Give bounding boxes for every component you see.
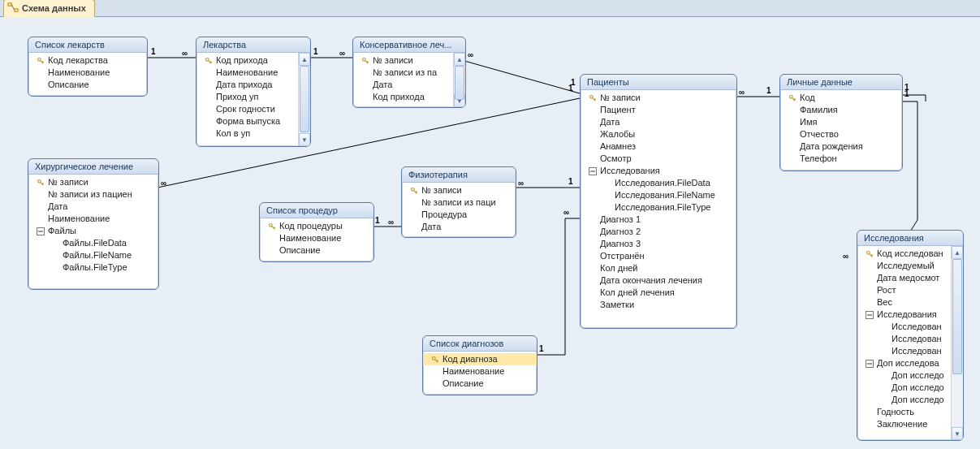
field-row[interactable]: Фамилия (780, 104, 902, 116)
table-title[interactable]: Список диагнозов (423, 336, 537, 352)
table-title[interactable]: Список процедур (260, 203, 373, 218)
scrollbar[interactable]: ▲▼ (951, 246, 963, 440)
field-row[interactable]: Исследуемый (857, 260, 952, 272)
field-row[interactable]: Дата медосмот (857, 272, 952, 284)
field-row[interactable]: № записи из па (353, 67, 454, 79)
scroll-track[interactable] (454, 66, 465, 94)
table-surgery[interactable]: Хирургическое лечение№ записи№ записи из… (28, 158, 159, 290)
table-title[interactable]: Исследования (857, 231, 963, 246)
field-row[interactable]: Файлы.FileType (28, 261, 158, 274)
table-title[interactable]: Личные данные (780, 75, 902, 90)
field-row[interactable]: Срок годности (196, 103, 299, 115)
field-row[interactable]: Доп исследо (857, 382, 952, 394)
field-row[interactable]: Файлы.FileData (28, 237, 158, 249)
field-row[interactable]: Описание (423, 378, 537, 390)
scroll-down-icon[interactable]: ▼ (299, 133, 310, 146)
field-row[interactable]: Дата прихода (196, 79, 299, 91)
field-row[interactable]: Наименование (28, 67, 147, 79)
field-row[interactable]: Доп исследо (857, 369, 952, 382)
field-row[interactable]: Доп исследова (857, 357, 952, 369)
field-row[interactable]: Файлы.FileName (28, 249, 158, 261)
field-row[interactable]: Вес (857, 296, 952, 309)
scrollbar[interactable]: ▲▼ (453, 53, 465, 107)
field-row[interactable]: Код диагноза (423, 353, 537, 365)
field-row[interactable]: № записи из паци (402, 196, 516, 209)
scroll-track[interactable] (299, 66, 310, 133)
field-row[interactable]: Исследования.FileData (581, 177, 736, 189)
scrollbar[interactable]: ▲▼ (298, 53, 310, 146)
table-conserv[interactable]: Консервативное леч...№ записи№ записи из… (352, 37, 466, 108)
field-row[interactable]: Заметки (581, 299, 736, 311)
field-row[interactable]: Исследован (857, 321, 952, 333)
field-row[interactable]: Дата рождения (780, 140, 902, 153)
field-row[interactable]: Диагноз 2 (581, 226, 736, 238)
field-row[interactable]: № записи (28, 176, 158, 188)
field-row[interactable]: Жалобы (581, 128, 736, 140)
field-row[interactable]: Осмотр (581, 153, 736, 165)
field-row[interactable]: Файлы (28, 225, 158, 237)
table-research[interactable]: ИсследованияКод исследованИсследуемыйДат… (857, 230, 964, 441)
scroll-track[interactable] (952, 259, 963, 427)
tab-schema[interactable]: Схема данных (3, 0, 95, 17)
table-diagList[interactable]: Список диагнозовКод диагнозаНаименование… (422, 335, 537, 395)
scroll-up-icon[interactable]: ▲ (299, 53, 310, 66)
field-row[interactable]: Наименование (423, 365, 537, 378)
field-row[interactable]: Отстранён (581, 250, 736, 262)
field-row[interactable]: Код лекарства (28, 54, 147, 67)
field-row[interactable]: Описание (260, 244, 373, 257)
table-drugList[interactable]: Список лекарствКод лекарстваНаименование… (28, 37, 148, 97)
field-row[interactable]: Годность (857, 406, 952, 418)
field-row[interactable]: Доп исследо (857, 394, 952, 406)
relationships-canvas[interactable]: 1∞1∞1∞1∞1∞1∞1∞1∞1∞1 Список лекарствКод л… (0, 17, 980, 449)
field-row[interactable]: Дата (402, 221, 516, 233)
field-row[interactable]: Телефон (780, 153, 902, 165)
field-row[interactable]: Код исследован (857, 248, 952, 260)
table-title[interactable]: Список лекарств (28, 37, 147, 53)
table-title[interactable]: Лекарства (196, 37, 310, 53)
field-row[interactable]: Наименование (28, 213, 158, 225)
field-row[interactable]: Диагноз 1 (581, 214, 736, 226)
table-procList[interactable]: Список процедурКод процедурыНаименование… (259, 202, 374, 262)
field-row[interactable]: Форма выпуска (196, 115, 299, 127)
field-row[interactable]: Кол дней лечения (581, 287, 736, 299)
field-row[interactable]: Рост (857, 284, 952, 296)
table-title[interactable]: Пациенты (581, 75, 736, 90)
scroll-up-icon[interactable]: ▲ (454, 53, 465, 66)
field-row[interactable]: Диагноз 3 (581, 238, 736, 250)
field-row[interactable]: Исследования (857, 309, 952, 321)
table-personal[interactable]: Личные данныеКодФамилияИмяОтчествоДата р… (779, 74, 903, 171)
field-row[interactable]: Код процедуры (260, 220, 373, 232)
table-title[interactable]: Хирургическое лечение (28, 159, 158, 175)
field-row[interactable]: Дата (353, 79, 454, 91)
field-row[interactable]: Заключение (857, 418, 952, 430)
field-row[interactable]: Дата (28, 201, 158, 213)
field-row[interactable]: Дата окончания лечения (581, 274, 736, 287)
table-drugs[interactable]: ЛекарстваКод приходаНаименованиеДата при… (196, 37, 311, 147)
table-patients[interactable]: Пациенты№ записиПациентДатаЖалобыАнамнез… (580, 74, 737, 329)
field-row[interactable]: Исследован (857, 333, 952, 345)
field-row[interactable]: Кол в уп (196, 127, 299, 140)
field-row[interactable]: Код прихода (196, 54, 299, 67)
field-row[interactable]: Приход уп (196, 91, 299, 103)
field-row[interactable]: Исследования.FileType (581, 201, 736, 214)
field-row[interactable]: Дата (581, 116, 736, 128)
scroll-thumb[interactable] (300, 66, 309, 132)
field-row[interactable]: № записи из пациен (28, 188, 158, 201)
field-row[interactable]: Исследован (857, 345, 952, 357)
scroll-thumb[interactable] (455, 66, 464, 100)
table-physio[interactable]: Физиотерапия№ записи№ записи из пациПроц… (401, 166, 516, 238)
field-row[interactable]: Кол дней (581, 262, 736, 274)
field-row[interactable]: Исследования (581, 165, 736, 177)
field-row[interactable]: № записи (353, 54, 454, 67)
field-row[interactable]: Код прихода (353, 91, 454, 103)
field-row[interactable]: Описание (28, 79, 147, 91)
scroll-thumb[interactable] (952, 259, 962, 374)
field-row[interactable]: Пациент (581, 104, 736, 116)
field-row[interactable]: Исследования.FileName (581, 189, 736, 201)
scroll-down-icon[interactable]: ▼ (952, 427, 963, 440)
table-title[interactable]: Консервативное леч... (353, 37, 465, 53)
field-row[interactable]: Наименование (260, 232, 373, 244)
field-row[interactable]: Наименование (196, 67, 299, 79)
scroll-up-icon[interactable]: ▲ (952, 246, 963, 259)
field-row[interactable]: Анамнез (581, 140, 736, 153)
